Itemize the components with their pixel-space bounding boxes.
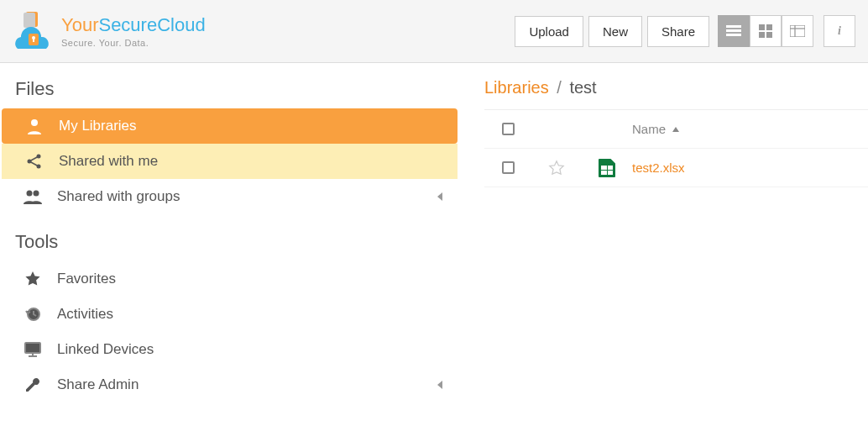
star-icon — [24, 271, 42, 287]
grid-view-button[interactable] — [750, 15, 782, 47]
svg-point-15 — [31, 119, 38, 126]
svg-rect-8 — [759, 24, 765, 30]
sidebar-item-share-admin[interactable]: Share Admin — [0, 367, 459, 402]
svg-point-21 — [27, 191, 33, 197]
group-icon — [24, 188, 42, 205]
spreadsheet-file-icon — [599, 159, 615, 177]
list-view-button[interactable] — [718, 15, 750, 47]
monitor-icon — [24, 341, 42, 358]
sidebar-item-linked-devices[interactable]: Linked Devices — [0, 332, 459, 367]
column-header-name-label: Name — [632, 122, 666, 136]
sidebar-item-label: My Libraries — [59, 118, 137, 134]
grid-icon — [759, 24, 772, 38]
share-nodes-icon — [25, 153, 44, 170]
info-button[interactable]: i — [824, 15, 855, 47]
columns-icon — [790, 25, 805, 37]
top-bar: YourSecureCloud Secure. Your. Data. Uplo… — [0, 0, 868, 63]
sidebar-item-label: Activities — [57, 306, 113, 323]
sidebar-item-my-libraries[interactable]: My Libraries — [2, 108, 458, 144]
breadcrumb-root[interactable]: Libraries — [484, 78, 549, 97]
person-icon — [25, 118, 44, 134]
file-table: Name test2.xlsx — [484, 109, 868, 187]
logo-text-secure: Secure — [98, 14, 157, 35]
row-checkbox[interactable] — [502, 161, 515, 174]
svg-line-20 — [29, 161, 39, 166]
chevron-left-icon — [437, 192, 442, 201]
toolbar: Upload New Share i — [515, 15, 855, 47]
sidebar-item-shared-with-me[interactable]: Shared with me — [2, 144, 458, 179]
new-button[interactable]: New — [588, 16, 642, 47]
history-icon — [24, 306, 42, 323]
sidebar-section-files: Files — [0, 78, 459, 108]
logo-text-your: Your — [61, 14, 98, 35]
upload-button[interactable]: Upload — [515, 16, 583, 47]
logo-text-cloud: Cloud — [157, 14, 205, 35]
chevron-left-icon — [437, 381, 442, 389]
svg-rect-10 — [759, 32, 765, 38]
share-button[interactable]: Share — [647, 16, 709, 47]
breadcrumb: Libraries / test — [484, 78, 868, 109]
list-icon — [726, 25, 741, 37]
sidebar: Files My Libraries Shared with me Shared… — [0, 63, 459, 426]
sidebar-item-shared-with-groups[interactable]: Shared with groups — [0, 179, 459, 214]
svg-rect-12 — [790, 25, 805, 37]
svg-rect-9 — [766, 24, 772, 30]
column-header-name[interactable]: Name — [632, 122, 868, 136]
sidebar-item-label: Favorites — [57, 271, 116, 287]
sidebar-section-tools: Tools — [0, 231, 459, 261]
sidebar-item-label: Share Admin — [57, 376, 139, 393]
cloud-lock-icon — [13, 12, 55, 50]
content: Files My Libraries Shared with me Shared… — [0, 63, 868, 426]
svg-point-22 — [34, 191, 39, 197]
sidebar-item-label: Linked Devices — [57, 341, 154, 358]
sidebar-item-favorites[interactable]: Favorites — [0, 261, 459, 297]
sidebar-item-label: Shared with groups — [57, 188, 180, 205]
svg-rect-1 — [24, 13, 35, 28]
svg-rect-5 — [726, 25, 741, 28]
favorite-toggle[interactable] — [531, 160, 582, 176]
sort-asc-icon — [672, 127, 679, 132]
columns-view-button[interactable] — [782, 15, 813, 47]
svg-rect-4 — [33, 38, 34, 42]
breadcrumb-separator: / — [557, 78, 562, 97]
view-mode-group — [718, 15, 813, 47]
svg-rect-6 — [726, 29, 741, 32]
svg-rect-7 — [726, 34, 741, 36]
svg-rect-24 — [25, 343, 40, 353]
select-all-checkbox[interactable] — [502, 123, 515, 135]
sidebar-item-label: Shared with me — [59, 153, 158, 170]
sidebar-item-activities[interactable]: Activities — [0, 297, 459, 332]
table-header-row: Name — [484, 110, 868, 149]
svg-rect-11 — [766, 32, 772, 38]
star-outline-icon — [548, 160, 565, 176]
svg-line-19 — [29, 156, 39, 161]
table-row: test2.xlsx — [484, 149, 868, 187]
logo[interactable]: YourSecureCloud Secure. Your. Data. — [13, 12, 206, 50]
wrench-icon — [24, 376, 42, 393]
breadcrumb-current: test — [569, 78, 596, 97]
logo-tagline: Secure. Your. Data. — [61, 38, 206, 48]
file-name-link[interactable]: test2.xlsx — [632, 160, 685, 175]
main-panel: Libraries / test Name — [459, 63, 868, 426]
info-icon: i — [838, 24, 841, 38]
